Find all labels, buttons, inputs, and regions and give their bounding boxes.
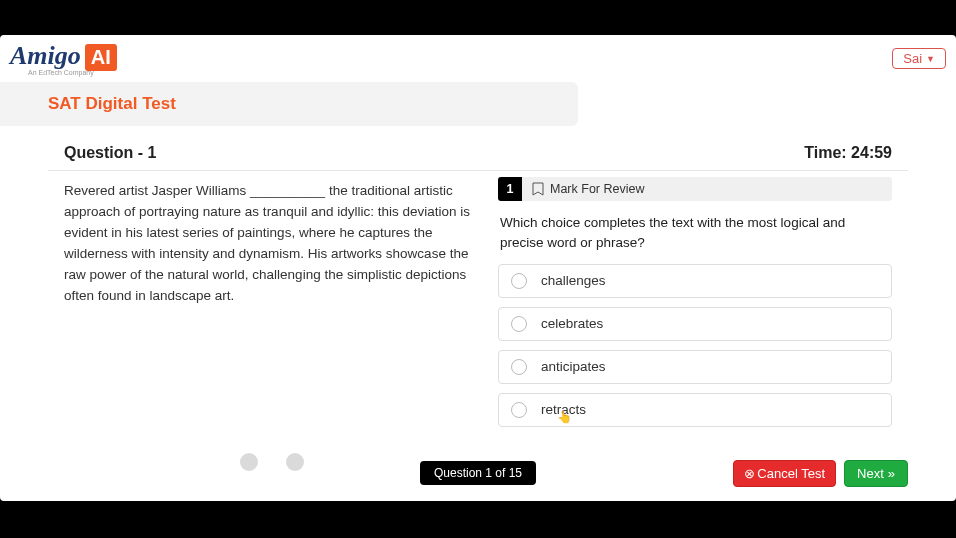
cancel-test-button[interactable]: ⊗Cancel Test [733, 460, 836, 487]
app-window: Amigo AI An EdTech Company Sai ▼ SAT Dig… [0, 35, 956, 501]
logo: Amigo AI An EdTech Company [10, 41, 117, 76]
next-button[interactable]: Next » [844, 460, 908, 487]
radio-icon [511, 273, 527, 289]
question-card: Question - 1 Time: 24:59 Revered artist … [48, 134, 908, 443]
chevron-right-icon: » [888, 466, 895, 481]
radio-icon [511, 359, 527, 375]
answer-option-a[interactable]: challenges [498, 264, 892, 298]
answer-option-d[interactable]: retracts [498, 393, 892, 427]
card-header: Question - 1 Time: 24:59 [48, 134, 908, 171]
answer-options: challenges celebrates anticipates retrac… [498, 264, 892, 427]
option-label: anticipates [541, 359, 606, 374]
radio-icon [511, 402, 527, 418]
footer: Question 1 of 15 ⊗Cancel Test Next » [0, 461, 956, 485]
dot-icon [286, 453, 304, 471]
user-dropdown[interactable]: Sai ▼ [892, 48, 946, 69]
mark-for-review-button[interactable]: Mark For Review [522, 177, 654, 201]
test-title: SAT Digital Test [48, 94, 176, 113]
radio-icon [511, 316, 527, 332]
question-number-label: Question - 1 [64, 144, 156, 162]
test-title-banner: SAT Digital Test [0, 82, 578, 126]
question-prompt: Which choice completes the text with the… [498, 201, 892, 264]
footer-actions: ⊗Cancel Test Next » [733, 460, 908, 487]
option-label: challenges [541, 273, 606, 288]
user-name: Sai [903, 51, 922, 66]
logo-brand: Amigo [10, 41, 81, 71]
pagination-dots [240, 453, 304, 471]
question-progress-pill[interactable]: Question 1 of 15 [420, 461, 536, 485]
time-remaining: Time: 24:59 [804, 144, 892, 162]
cancel-icon: ⊗ [744, 466, 755, 481]
question-number-badge: 1 [498, 177, 522, 201]
dot-icon [240, 453, 258, 471]
question-toolbar: 1 Mark For Review [498, 177, 892, 201]
logo-ai: AI [85, 44, 117, 71]
topbar: Amigo AI An EdTech Company Sai ▼ [0, 35, 956, 82]
answer-option-c[interactable]: anticipates [498, 350, 892, 384]
answer-option-b[interactable]: celebrates [498, 307, 892, 341]
mark-label: Mark For Review [550, 182, 644, 196]
option-label: retracts [541, 402, 586, 417]
question-column: 1 Mark For Review Which choice completes… [498, 177, 892, 427]
passage-text: Revered artist Jasper Williams _________… [64, 177, 474, 427]
bookmark-icon [532, 182, 544, 196]
card-body: Revered artist Jasper Williams _________… [48, 171, 908, 443]
option-label: celebrates [541, 316, 603, 331]
chevron-down-icon: ▼ [926, 54, 935, 64]
